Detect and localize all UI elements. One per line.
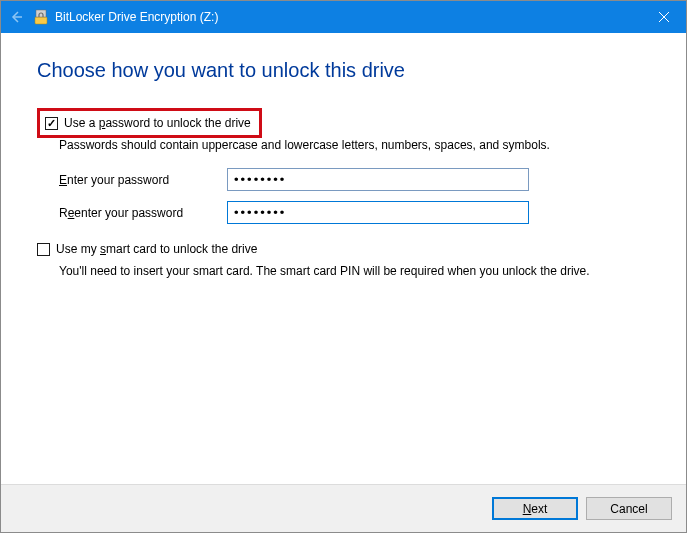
svg-rect-1	[35, 17, 47, 24]
smartcard-option-group: Use my smart card to unlock the drive Yo…	[37, 242, 650, 278]
enter-password-label: Enter your password	[59, 173, 227, 187]
use-smartcard-label: Use my smart card to unlock the drive	[56, 242, 257, 256]
close-button[interactable]	[641, 1, 686, 33]
highlight-annotation: Use a password to unlock the drive	[37, 108, 262, 138]
back-button[interactable]	[1, 1, 31, 33]
smartcard-description: You'll need to insert your smart card. T…	[59, 264, 650, 278]
use-password-checkbox[interactable]	[45, 117, 58, 130]
window-title: BitLocker Drive Encryption (Z:)	[55, 10, 218, 24]
reenter-password-label: Reenter your password	[59, 206, 227, 220]
back-arrow-icon	[7, 8, 25, 26]
bitlocker-wizard-window: BitLocker Drive Encryption (Z:) Choose h…	[0, 0, 687, 533]
use-password-label: Use a password to unlock the drive	[64, 116, 251, 130]
next-button[interactable]: Next	[492, 497, 578, 520]
password-description: Passwords should contain uppercase and l…	[59, 138, 650, 152]
close-icon	[659, 12, 669, 22]
reenter-password-row: Reenter your password	[59, 201, 650, 224]
cancel-button[interactable]: Cancel	[586, 497, 672, 520]
reenter-password-input[interactable]	[227, 201, 529, 224]
content-area: Choose how you want to unlock this drive…	[1, 33, 686, 484]
page-heading: Choose how you want to unlock this drive	[37, 59, 650, 82]
bitlocker-icon	[33, 9, 49, 25]
use-smartcard-checkbox[interactable]	[37, 243, 50, 256]
password-option-group: Use a password to unlock the drive Passw…	[37, 108, 650, 224]
footer-bar: Next Cancel	[1, 484, 686, 532]
enter-password-input[interactable]	[227, 168, 529, 191]
enter-password-row: Enter your password	[59, 168, 650, 191]
titlebar: BitLocker Drive Encryption (Z:)	[1, 1, 686, 33]
